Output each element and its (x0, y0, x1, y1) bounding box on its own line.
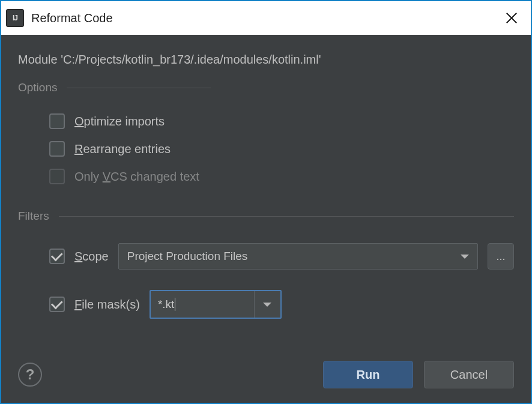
scope-combobox[interactable]: Project Production Files (118, 243, 478, 270)
file-mask-dropdown-button[interactable] (254, 291, 280, 318)
cancel-button[interactable]: Cancel (424, 361, 514, 388)
window-title: Reformat Code (31, 11, 490, 25)
divider (59, 216, 514, 217)
titlebar: IJ Reformat Code (1, 1, 531, 35)
scope-browse-button[interactable]: ... (488, 243, 514, 270)
close-button[interactable] (497, 4, 526, 32)
scope-value: Project Production Files (127, 250, 248, 263)
options-section-header: Options (18, 81, 514, 94)
chevron-down-icon (461, 255, 469, 259)
run-button[interactable]: Run (323, 361, 413, 388)
rearrange-entries-row: Rearrange entries (18, 135, 514, 163)
vcs-changed-label: Only VCS changed text (74, 170, 199, 184)
dialog-footer: ? Run Cancel (18, 343, 514, 388)
rearrange-entries-label[interactable]: Rearrange entries (74, 142, 171, 156)
close-icon (505, 11, 518, 25)
optimize-imports-checkbox[interactable] (49, 113, 65, 129)
scope-row: Scope Project Production Files ... (18, 236, 514, 277)
text-caret (175, 298, 175, 311)
vcs-changed-row: Only VCS changed text (18, 163, 514, 190)
chevron-down-icon (263, 303, 271, 307)
vcs-changed-checkbox (49, 169, 65, 184)
app-icon: IJ (6, 9, 24, 27)
optimize-imports-row: Optimize imports (18, 107, 514, 135)
rearrange-entries-checkbox[interactable] (49, 141, 65, 157)
file-mask-combobox[interactable]: *.kt (150, 290, 282, 319)
scope-checkbox[interactable] (49, 249, 65, 264)
module-path-label: Module 'C:/Projects/kotlin_br173/.idea/m… (18, 53, 514, 67)
dialog-frame: IJ Reformat Code Module 'C:/Projects/kot… (0, 0, 532, 404)
file-mask-checkbox[interactable] (49, 297, 65, 312)
file-mask-label[interactable]: File mask(s) (74, 298, 140, 312)
filters-section-header: Filters (18, 210, 514, 223)
optimize-imports-label[interactable]: Optimize imports (74, 115, 165, 128)
filters-label: Filters (18, 210, 49, 223)
help-button[interactable]: ? (18, 363, 42, 387)
scope-label[interactable]: Scope (74, 250, 109, 264)
divider (67, 88, 211, 88)
file-mask-row: File mask(s) *.kt (18, 283, 514, 326)
dialog-content: Module 'C:/Projects/kotlin_br173/.idea/m… (1, 35, 531, 403)
file-mask-input[interactable]: *.kt (151, 291, 254, 318)
options-label: Options (18, 81, 57, 94)
